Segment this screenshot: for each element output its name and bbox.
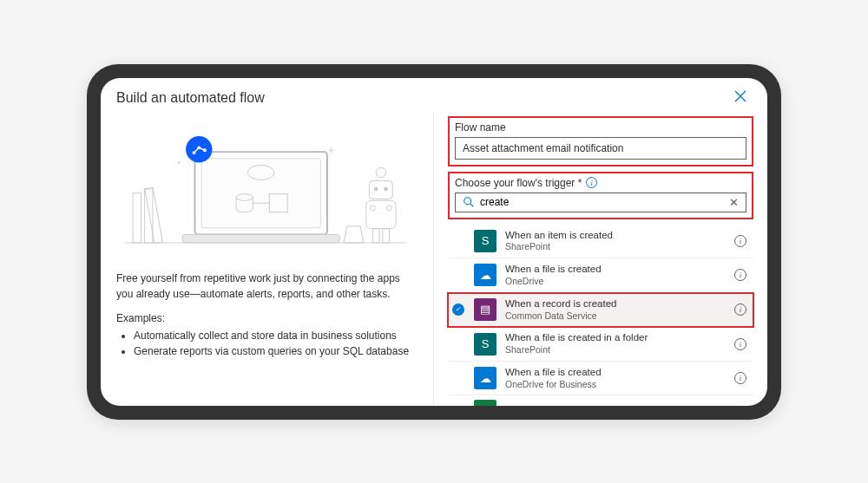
trigger-item[interactable]: ☁ When a file is created OneDrive i bbox=[448, 258, 753, 293]
illustration bbox=[116, 120, 414, 258]
example-item: Automatically collect and store data in … bbox=[134, 328, 414, 344]
svg-rect-1 bbox=[133, 193, 141, 242]
trigger-title: When a file is created in a folder bbox=[505, 331, 726, 344]
onedrive-business-icon: ☁ bbox=[474, 367, 496, 389]
info-icon[interactable]: i bbox=[586, 177, 597, 188]
planner-icon: ✓ bbox=[474, 400, 496, 405]
check-icon: ✓ bbox=[452, 304, 464, 316]
trigger-title: When a file is created bbox=[505, 263, 726, 276]
examples-list: Automatically collect and store data in … bbox=[116, 328, 414, 360]
close-button[interactable] bbox=[729, 88, 752, 108]
dialog-header: Build an automated flow bbox=[101, 78, 767, 113]
info-icon[interactable]: i bbox=[734, 304, 746, 316]
svg-rect-2 bbox=[144, 189, 153, 243]
trigger-section-highlight: Choose your flow's trigger * i ✕ bbox=[448, 172, 753, 219]
cds-icon: ▤ bbox=[474, 298, 496, 321]
trigger-text: When a new task is created bbox=[505, 405, 750, 406]
trigger-sub: OneDrive for Business bbox=[505, 379, 726, 391]
search-icon bbox=[463, 196, 475, 208]
trigger-title: When an item is created bbox=[505, 229, 726, 242]
trigger-item-selected[interactable]: ✓ ▤ When a record is created Common Data… bbox=[448, 293, 753, 328]
trigger-item[interactable]: ✓ When a new task is created bbox=[448, 395, 753, 405]
sharepoint-icon: S bbox=[474, 230, 496, 252]
dialog-window: Build an automated flow bbox=[101, 78, 767, 406]
info-icon[interactable]: i bbox=[734, 338, 746, 350]
trigger-text: When a file is created OneDrive bbox=[505, 263, 726, 288]
info-icon[interactable]: i bbox=[734, 372, 746, 384]
trigger-title: When a new task is created bbox=[505, 405, 750, 406]
trigger-text: When a record is created Common Data Ser… bbox=[505, 297, 726, 323]
right-panel: Flow name Choose your flow's trigger * i… bbox=[434, 113, 767, 406]
trigger-item[interactable]: S When a file is created in a folder Sha… bbox=[448, 327, 753, 362]
device-frame: Build an automated flow bbox=[87, 64, 781, 420]
info-icon[interactable]: i bbox=[734, 269, 746, 281]
trigger-text: When a file is created in a folder Share… bbox=[505, 331, 726, 356]
example-item: Generate reports via custom queries on y… bbox=[134, 343, 414, 360]
info-icon[interactable]: i bbox=[734, 235, 746, 247]
trigger-sub: Common Data Service bbox=[505, 310, 726, 323]
trigger-item[interactable]: ☁ When a file is created OneDrive for Bu… bbox=[448, 362, 753, 396]
clear-search-button[interactable]: ✕ bbox=[729, 196, 739, 209]
trigger-list: S When an item is created SharePoint i ☁… bbox=[448, 225, 753, 406]
left-panel: Free yourself from repetitive work just … bbox=[101, 113, 434, 406]
examples-label: Examples: bbox=[116, 312, 414, 324]
svg-point-11 bbox=[376, 167, 385, 177]
svg-point-16 bbox=[371, 206, 376, 211]
svg-point-13 bbox=[374, 186, 378, 191]
svg-rect-12 bbox=[370, 180, 393, 199]
flow-name-label: Flow name bbox=[455, 121, 746, 134]
flow-name-highlight: Flow name bbox=[448, 116, 753, 166]
svg-rect-6 bbox=[182, 234, 339, 243]
trigger-search-input[interactable] bbox=[480, 196, 724, 208]
svg-rect-19 bbox=[383, 228, 390, 242]
sharepoint-icon: S bbox=[474, 333, 496, 356]
radio-slot: ✓ bbox=[451, 304, 465, 316]
trigger-sub: SharePoint bbox=[505, 241, 726, 253]
trigger-text: When a file is created OneDrive for Busi… bbox=[505, 366, 726, 391]
close-icon bbox=[734, 90, 746, 102]
svg-rect-18 bbox=[372, 228, 379, 242]
trigger-title: When a file is created bbox=[505, 366, 726, 379]
svg-rect-5 bbox=[201, 158, 320, 227]
svg-point-14 bbox=[384, 186, 388, 191]
svg-line-26 bbox=[470, 204, 474, 207]
svg-point-17 bbox=[387, 206, 392, 211]
trigger-title: When a record is created bbox=[505, 297, 726, 310]
dialog-title: Build an automated flow bbox=[116, 90, 265, 106]
onedrive-icon: ☁ bbox=[474, 264, 496, 286]
svg-rect-3 bbox=[145, 187, 162, 244]
dialog-body: Free yourself from repetitive work just … bbox=[101, 113, 767, 406]
trigger-text: When an item is created SharePoint bbox=[505, 229, 726, 254]
svg-point-25 bbox=[464, 198, 471, 205]
trigger-label-text: Choose your flow's trigger * bbox=[455, 177, 582, 189]
trigger-search-wrap: ✕ bbox=[455, 193, 746, 212]
trigger-label: Choose your flow's trigger * i bbox=[455, 177, 746, 189]
trigger-sub: OneDrive bbox=[505, 276, 726, 288]
trigger-sub: SharePoint bbox=[505, 344, 726, 356]
flow-name-input[interactable] bbox=[455, 137, 746, 160]
description-text: Free yourself from repetitive work just … bbox=[116, 271, 414, 302]
trigger-item[interactable]: S When an item is created SharePoint i bbox=[448, 225, 753, 259]
svg-rect-15 bbox=[366, 200, 396, 228]
svg-point-24 bbox=[178, 161, 180, 163]
